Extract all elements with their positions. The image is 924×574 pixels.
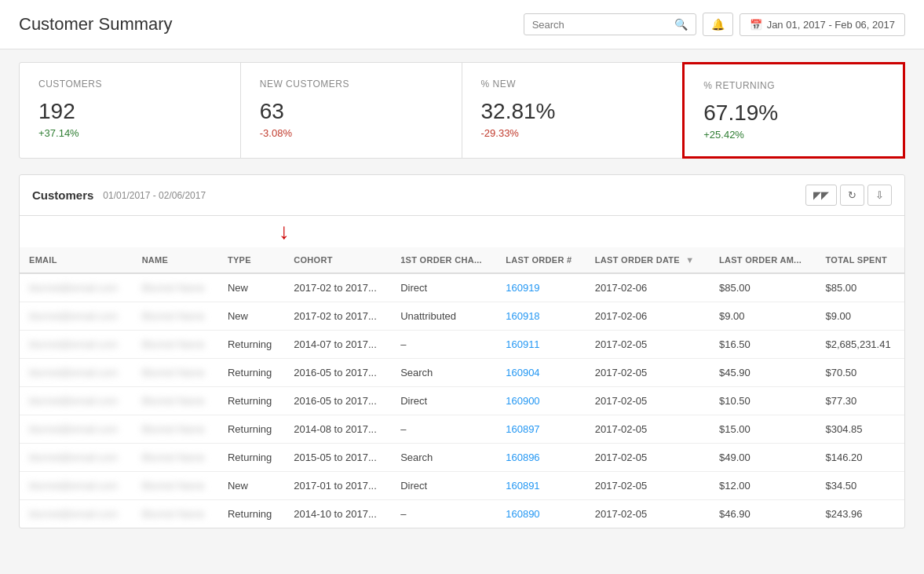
col-email: EMAIL — [20, 247, 133, 273]
cell-last_order_amount: $10.50 — [710, 387, 816, 415]
cell-channel: – — [391, 331, 496, 359]
table-date-range: 01/01/2017 - 02/06/2017 — [103, 190, 206, 201]
cell-email: blurred@email.com — [20, 472, 133, 500]
cell-email: blurred@email.com — [20, 444, 133, 472]
calendar-icon: 📅 — [750, 19, 762, 31]
cell-last_order_num[interactable]: 160900 — [496, 387, 586, 415]
cell-last_order_amount: $45.90 — [710, 359, 816, 387]
cell-type: Returning — [218, 444, 284, 472]
cell-email: blurred@email.com — [20, 331, 133, 359]
stat-label-pct-new: % New — [481, 79, 664, 90]
cell-channel: Direct — [391, 387, 496, 415]
cell-last_order_num[interactable]: 160891 — [496, 472, 586, 500]
stat-label-pct-returning: % Returning — [703, 80, 884, 91]
cell-type: New — [218, 273, 284, 302]
table-row: blurred@email.comBlurred NameReturning20… — [20, 444, 904, 472]
cell-type: Returning — [218, 331, 284, 359]
columns-button[interactable]: ◤◤ — [805, 185, 837, 206]
col-name: NAME — [133, 247, 218, 273]
order-link[interactable]: 160919 — [506, 282, 539, 294]
cell-channel: Search — [391, 359, 496, 387]
cell-last_order_date: 2017-02-05 — [586, 415, 710, 444]
search-input[interactable] — [532, 19, 674, 31]
table-row: blurred@email.comBlurred NameNew2017-02 … — [20, 302, 904, 331]
refresh-button[interactable]: ↻ — [840, 185, 864, 206]
cell-last_order_num[interactable]: 160904 — [496, 359, 586, 387]
stat-value-customers: 192 — [38, 99, 221, 124]
cell-last_order_amount: $15.00 — [710, 415, 816, 444]
table-title: Customers — [32, 188, 93, 202]
order-link[interactable]: 160918 — [506, 310, 539, 322]
cell-cohort: 2014-10 to 2017... — [284, 500, 391, 528]
col-total-spent: TOTAL SPENT — [816, 247, 904, 273]
order-link[interactable]: 160900 — [506, 395, 539, 407]
stat-card-pct-returning: % Returning 67.19% +25.42% — [682, 62, 905, 159]
table-row: blurred@email.comBlurred NameReturning20… — [20, 500, 904, 528]
date-range-button[interactable]: 📅 Jan 01, 2017 - Feb 06, 2017 — [740, 13, 905, 36]
col-last-order-num: LAST ORDER # — [496, 247, 586, 273]
cell-email: blurred@email.com — [20, 359, 133, 387]
stat-change-new-customers: -3.08% — [260, 127, 443, 139]
cell-email: blurred@email.com — [20, 387, 133, 415]
cell-name: Blurred Name — [133, 331, 218, 359]
date-range-label: Jan 01, 2017 - Feb 06, 2017 — [767, 19, 895, 31]
stat-card-pct-new: % New 32.81% -29.33% — [462, 63, 684, 158]
col-cohort: COHORT — [284, 247, 391, 273]
order-link[interactable]: 160911 — [506, 338, 539, 350]
cell-last_order_amount: $85.00 — [710, 273, 816, 302]
cell-last_order_date: 2017-02-06 — [586, 273, 710, 302]
table-row: blurred@email.comBlurred NameNew2017-01 … — [20, 472, 904, 500]
order-link[interactable]: 160891 — [506, 480, 539, 492]
stat-label-customers: Customers — [38, 79, 221, 90]
cell-name: Blurred Name — [133, 415, 218, 444]
cell-name: Blurred Name — [133, 444, 218, 472]
cell-cohort: 2014-08 to 2017... — [284, 415, 391, 444]
stat-change-customers: +37.14% — [38, 127, 221, 139]
order-link[interactable]: 160904 — [506, 367, 539, 378]
cell-last_order_num[interactable]: 160919 — [496, 273, 586, 302]
cell-cohort: 2016-05 to 2017... — [284, 359, 391, 387]
cell-name: Blurred Name — [133, 273, 218, 302]
cell-last_order_num[interactable]: 160890 — [496, 500, 586, 528]
cell-last_order_num[interactable]: 160897 — [496, 415, 586, 444]
cell-type: Returning — [218, 415, 284, 444]
cell-total_spent: $146.20 — [816, 444, 904, 472]
cell-name: Blurred Name — [133, 359, 218, 387]
cell-email: blurred@email.com — [20, 273, 133, 302]
order-link[interactable]: 160897 — [506, 423, 539, 435]
cell-channel: Direct — [391, 273, 496, 302]
cell-cohort: 2014-07 to 2017... — [284, 331, 391, 359]
cell-type: New — [218, 302, 284, 331]
cell-name: Blurred Name — [133, 302, 218, 331]
cell-cohort: 2017-02 to 2017... — [284, 273, 391, 302]
stat-change-pct-returning: +25.42% — [703, 129, 884, 141]
table-row: blurred@email.comBlurred NameReturning20… — [20, 387, 904, 415]
stat-value-new-customers: 63 — [260, 99, 443, 124]
main-content: Customers 192 +37.14% New Customers 63 -… — [0, 49, 924, 541]
stats-grid: Customers 192 +37.14% New Customers 63 -… — [19, 62, 905, 159]
notification-button[interactable]: 🔔 — [703, 13, 733, 36]
cell-total_spent: $34.50 — [816, 472, 904, 500]
cell-cohort: 2015-05 to 2017... — [284, 444, 391, 472]
order-link[interactable]: 160890 — [506, 508, 539, 520]
cell-cohort: 2017-01 to 2017... — [284, 472, 391, 500]
search-box[interactable]: 🔍 — [524, 13, 696, 35]
cell-cohort: 2016-05 to 2017... — [284, 387, 391, 415]
page-title: Customer Summary — [19, 14, 173, 35]
arrow-container: ↓ — [20, 216, 904, 247]
cell-name: Blurred Name — [133, 500, 218, 528]
export-button[interactable]: ⇩ — [867, 185, 892, 206]
cell-last_order_num[interactable]: 160896 — [496, 444, 586, 472]
cell-total_spent: $2,685,231.41 — [816, 331, 904, 359]
cell-last_order_num[interactable]: 160911 — [496, 331, 586, 359]
cell-type: Returning — [218, 500, 284, 528]
table-row: blurred@email.comBlurred NameReturning20… — [20, 359, 904, 387]
order-link[interactable]: 160896 — [506, 452, 539, 463]
cell-channel: – — [391, 500, 496, 528]
cell-last_order_num[interactable]: 160918 — [496, 302, 586, 331]
cell-type: New — [218, 472, 284, 500]
cell-last_order_date: 2017-02-05 — [586, 472, 710, 500]
stat-value-pct-returning: 67.19% — [703, 101, 884, 126]
col-last-order-date[interactable]: LAST ORDER DATE ▼ — [586, 247, 710, 273]
cell-last_order_date: 2017-02-05 — [586, 331, 710, 359]
